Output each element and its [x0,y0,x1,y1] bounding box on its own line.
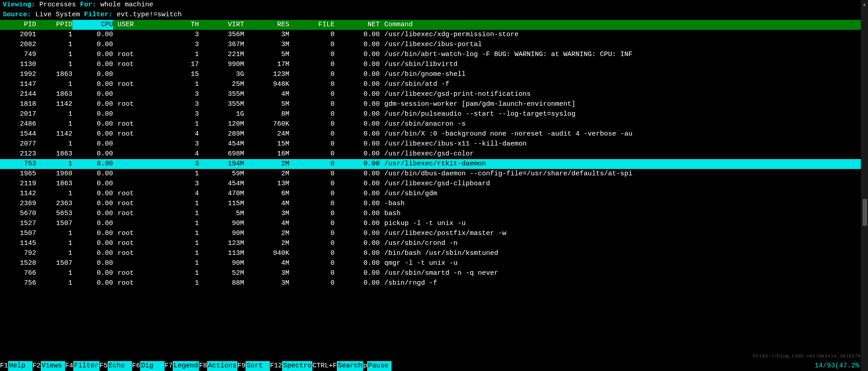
table-row[interactable]: 207710.003454M15M00.00/usr/libexec/ibus-… [0,139,868,149]
cell-ppid: 1863 [36,179,72,189]
cell-pid: 1544 [0,129,36,139]
fkey-f9[interactable]: F9Sort [237,361,270,371]
cell-virt: 90M [199,229,244,239]
fkey-f6[interactable]: F6Dig [132,361,165,371]
fkey-key: p [363,361,367,371]
cell-user: root [113,199,145,209]
table-row[interactable]: 114210.00root4470M6M00.00/usr/sbin/gdm [0,189,868,199]
table-row[interactable]: 150710.00root190M2M00.00/usr/libexec/pos… [0,229,868,239]
table-row[interactable]: 208210.003367M3M00.00/usr/libexec/ibus-p… [0,40,868,50]
table-row[interactable]: 79210.00root1113M940K00.00/bin/bash /usr… [0,249,868,258]
cell-user [113,179,145,189]
cell-net: 0.00 [335,159,380,169]
fkey-f4[interactable]: F4Filter [65,361,99,371]
fkey-f1[interactable]: F1Help [0,361,33,371]
cell-ppid: 1 [36,229,72,239]
cell-pid: 2077 [0,139,36,149]
cell-virt: 5M [199,209,244,219]
cell-th: 1 [145,80,199,89]
table-row[interactable]: 236923630.00root1115M4M00.00-bash [0,199,868,209]
fkey-f7[interactable]: F7Legend [165,361,199,371]
cell-cmd: /usr/bin/gnome-shell [380,70,868,80]
table-row[interactable]: 154411420.00root4289M24M00.00/usr/bin/X … [0,129,868,139]
cell-user: root [113,50,145,60]
table-row[interactable]: 196519600.00159M2M00.00/usr/bin/dbus-dae… [0,169,868,179]
cell-virt: 3G [199,70,244,80]
cell-virt: 90M [199,219,244,229]
fkey-f12[interactable]: F12Spectro [270,361,312,371]
table-row[interactable]: 114710.00root125M948K00.00/usr/sbin/atd … [0,80,868,89]
cell-user [113,89,145,99]
cell-th: 3 [145,109,199,119]
cell-th: 1 [145,169,199,179]
cell-virt: 356M [199,30,244,40]
cell-res: 15M [244,139,289,149]
table-row[interactable]: 113010.00root17990M17M00.00/usr/sbin/lib… [0,60,868,70]
cell-file: 0 [289,40,335,50]
col-ppid[interactable]: PPID [36,20,72,30]
table-row[interactable]: 114510.00root1123M2M00.00/usr/sbin/crond… [0,239,868,249]
scroll-thumb[interactable] [863,199,867,226]
table-row[interactable]: 152715070.00190M4M00.00pickup -l -t unix… [0,219,868,229]
col-cmd[interactable]: Command [380,20,868,30]
cell-virt: 355M [199,99,244,109]
cell-cmd: gdm-session-worker [pam/gdm-launch-envir… [380,99,868,109]
col-th[interactable]: TH [145,20,199,30]
cell-cmd: /usr/libexec/postfix/master -w [380,229,868,239]
cell-cpu: 0.00 [72,268,113,278]
table-row[interactable]: 199218630.00153G123M00.00/usr/bin/gnome-… [0,70,868,80]
col-file[interactable]: FILE [289,20,335,30]
table-row[interactable]: 75610.00root188M3M00.00/sbin/rngd -f [0,278,868,288]
table-row[interactable]: 567056530.00root15M3M00.00bash [0,209,868,219]
table-row[interactable]: 201710.0031G8M00.00/usr/bin/pulseaudio -… [0,109,868,119]
cell-th: 1 [145,229,199,239]
scroll-up-icon[interactable]: ▲ [861,0,868,7]
table-row[interactable]: 248610.00root1120M760K00.00/usr/sbin/ana… [0,119,868,129]
scrollbar[interactable]: ▲ [861,0,868,371]
cell-ppid: 1 [36,159,72,169]
cell-virt: 221M [199,50,244,60]
cell-cpu: 0.00 [72,70,113,80]
fkey-f5[interactable]: F5Echo [99,361,132,371]
fkey-label: Filter [73,361,99,371]
for-label: For: [80,1,96,9]
cell-net: 0.00 [335,60,380,70]
cell-net: 0.00 [335,268,380,278]
cell-cpu: 0.00 [72,30,113,40]
table-row[interactable]: 74910.00root1221M5M00.00/usr/bin/abrt-wa… [0,50,868,60]
fkey-f2[interactable]: F2Views [33,361,65,371]
cell-th: 3 [145,89,199,99]
cell-file: 0 [289,258,335,268]
table-row[interactable]: 152815070.00190M4M00.00qmgr -l -t unix -… [0,258,868,268]
col-pid[interactable]: PID [0,20,36,30]
cell-user: root [113,249,145,258]
fkey-ctrl+f[interactable]: CTRL+FSearch [312,361,363,371]
cell-cmd: /usr/libexec/rtkit-daemon [380,159,868,169]
col-virt[interactable]: VIRT [199,20,244,30]
fkey-key: CTRL+F [312,361,337,371]
table-row[interactable]: 181811420.00root3355M5M00.00gdm-session-… [0,99,868,109]
col-net[interactable]: NET [335,20,380,30]
table-row[interactable]: 75310.003194M2M00.00/usr/libexec/rtkit-d… [0,159,868,169]
cell-user [113,159,145,169]
table-row[interactable]: 212318630.004698M16M00.00/usr/libexec/gs… [0,149,868,159]
cell-res: 3M [244,268,289,278]
table-row[interactable]: 211918630.003454M13M00.00/usr/libexec/gs… [0,179,868,189]
cell-cmd: /usr/libexec/ibus-x11 --kill-daemon [380,139,868,149]
cell-file: 0 [289,139,335,149]
cell-cpu: 0.00 [72,129,113,139]
col-cpu[interactable]: CPU [72,20,113,30]
fkey-f8[interactable]: F8Actions [199,361,237,371]
col-user[interactable]: USER [113,20,145,30]
cell-file: 0 [289,179,335,189]
fkey-label: Pause [367,361,392,371]
cell-net: 0.00 [335,239,380,249]
table-row[interactable]: 209110.003356M3M00.00/usr/libexec/xdg-pe… [0,30,868,40]
fkey-p [interactable]: p Pause [363,361,392,371]
table-row[interactable]: 76610.00root152M3M00.00/usr/sbin/smartd … [0,268,868,278]
cell-th: 3 [145,179,199,189]
process-table-body: 209110.003356M3M00.00/usr/libexec/xdg-pe… [0,30,868,288]
table-row[interactable]: 214418630.003355M4M00.00/usr/libexec/gsd… [0,89,868,99]
cell-net: 0.00 [335,149,380,159]
col-res[interactable]: RES [244,20,289,30]
